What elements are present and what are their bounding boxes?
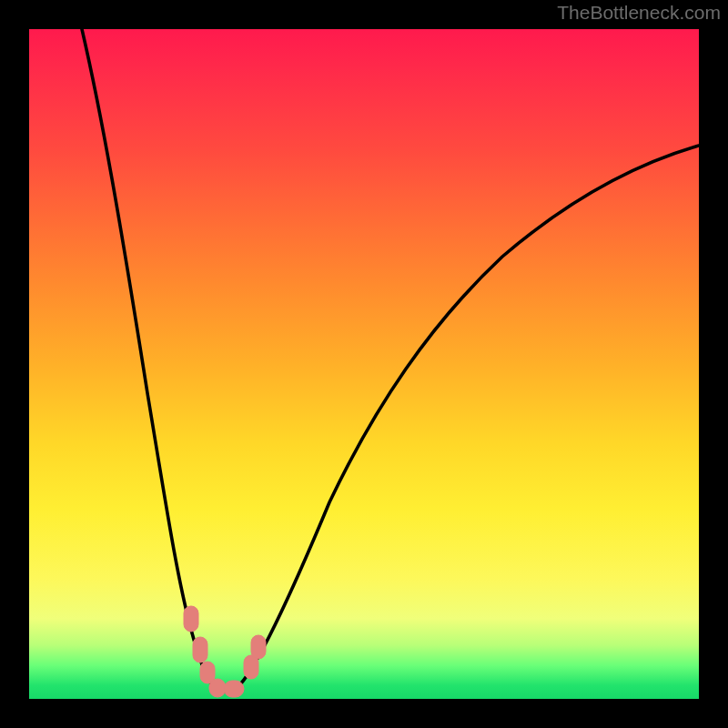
trough-marker-4 [209,679,226,697]
watermark-text: TheBottleneck.com [557,2,721,24]
trough-marker-2 [193,637,207,662]
trough-marker-5 [224,681,244,697]
trough-marker-7 [251,635,266,659]
trough-marker-1 [184,606,198,632]
plot-area [29,29,699,699]
curve-layer [29,29,699,699]
trough-marker-group [184,606,266,697]
bottleneck-curve [82,29,699,692]
chart-frame: TheBottleneck.com [0,0,728,728]
